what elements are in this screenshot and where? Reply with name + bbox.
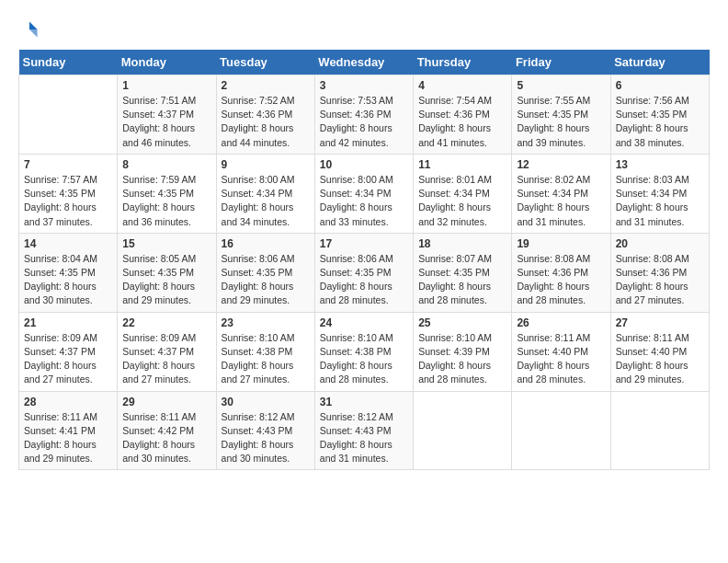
day-number: 11 bbox=[418, 158, 506, 171]
calendar-header-row: SundayMondayTuesdayWednesdayThursdayFrid… bbox=[19, 50, 710, 75]
sunset: Sunset: 4:38 PM bbox=[222, 346, 293, 357]
sunrise: Sunrise: 8:06 AM bbox=[222, 253, 295, 264]
sunset: Sunset: 4:41 PM bbox=[24, 425, 96, 436]
sunrise: Sunrise: 8:11 AM bbox=[616, 332, 689, 343]
day-number: 24 bbox=[320, 316, 408, 329]
daylight: Daylight: 8 hours and 27 minutes. bbox=[616, 281, 688, 305]
daylight: Daylight: 8 hours and 29 minutes. bbox=[122, 281, 195, 305]
sunset: Sunset: 4:36 PM bbox=[616, 267, 688, 278]
sunset: Sunset: 4:37 PM bbox=[122, 109, 194, 120]
day-header-thursday: Thursday bbox=[414, 50, 512, 75]
cell-content: Sunrise: 8:01 AMSunset: 4:34 PMDaylight:… bbox=[418, 173, 506, 229]
cell-content: Sunrise: 7:54 AMSunset: 4:36 PMDaylight:… bbox=[418, 94, 506, 150]
sunrise: Sunrise: 8:08 AM bbox=[616, 253, 689, 264]
sunset: Sunset: 4:35 PM bbox=[418, 267, 490, 278]
calendar-cell bbox=[610, 391, 709, 470]
cell-content: Sunrise: 8:11 AMSunset: 4:40 PMDaylight:… bbox=[616, 331, 704, 387]
day-number: 21 bbox=[24, 316, 112, 329]
daylight: Daylight: 8 hours and 28 minutes. bbox=[517, 360, 589, 385]
cell-content: Sunrise: 8:10 AMSunset: 4:39 PMDaylight:… bbox=[418, 331, 506, 387]
calendar-cell: 24Sunrise: 8:10 AMSunset: 4:38 PMDayligh… bbox=[314, 312, 413, 391]
sunset: Sunset: 4:36 PM bbox=[418, 109, 490, 120]
cell-content: Sunrise: 7:56 AMSunset: 4:35 PMDaylight:… bbox=[616, 94, 704, 150]
daylight: Daylight: 8 hours and 44 minutes. bbox=[222, 122, 294, 147]
calendar-cell: 5Sunrise: 7:55 AMSunset: 4:35 PMDaylight… bbox=[512, 75, 610, 155]
daylight: Daylight: 8 hours and 28 minutes. bbox=[320, 281, 392, 305]
daylight: Daylight: 8 hours and 30 minutes. bbox=[24, 281, 97, 305]
cell-content: Sunrise: 8:10 AMSunset: 4:38 PMDaylight:… bbox=[222, 331, 310, 387]
daylight: Daylight: 8 hours and 37 minutes. bbox=[24, 201, 97, 226]
day-header-friday: Friday bbox=[512, 50, 610, 75]
calendar-cell: 18Sunrise: 8:07 AMSunset: 4:35 PMDayligh… bbox=[414, 233, 512, 312]
sunset: Sunset: 4:42 PM bbox=[122, 425, 194, 436]
daylight: Daylight: 8 hours and 30 minutes. bbox=[122, 439, 195, 464]
calendar-week-row: 1Sunrise: 7:51 AMSunset: 4:37 PMDaylight… bbox=[19, 75, 710, 155]
daylight: Daylight: 8 hours and 27 minutes. bbox=[24, 360, 97, 385]
day-number: 18 bbox=[418, 237, 506, 250]
svg-marker-0 bbox=[29, 21, 38, 29]
sunrise: Sunrise: 8:08 AM bbox=[517, 253, 590, 264]
sunrise: Sunrise: 8:09 AM bbox=[122, 332, 196, 343]
calendar-cell: 6Sunrise: 7:56 AMSunset: 4:35 PMDaylight… bbox=[610, 75, 709, 155]
calendar-cell: 14Sunrise: 8:04 AMSunset: 4:35 PMDayligh… bbox=[19, 233, 118, 312]
daylight: Daylight: 8 hours and 31 minutes. bbox=[616, 201, 688, 226]
calendar-cell: 2Sunrise: 7:52 AMSunset: 4:36 PMDaylight… bbox=[216, 75, 314, 155]
daylight: Daylight: 8 hours and 29 minutes. bbox=[24, 439, 97, 464]
cell-content: Sunrise: 7:51 AMSunset: 4:37 PMDaylight:… bbox=[122, 94, 210, 150]
cell-content: Sunrise: 8:11 AMSunset: 4:41 PMDaylight:… bbox=[24, 410, 112, 466]
calendar-week-row: 14Sunrise: 8:04 AMSunset: 4:35 PMDayligh… bbox=[19, 233, 710, 312]
sunrise: Sunrise: 8:06 AM bbox=[320, 253, 393, 264]
day-number: 23 bbox=[222, 316, 310, 329]
daylight: Daylight: 8 hours and 39 minutes. bbox=[517, 122, 589, 147]
cell-content: Sunrise: 7:59 AMSunset: 4:35 PMDaylight:… bbox=[122, 173, 210, 229]
sunrise: Sunrise: 8:10 AM bbox=[418, 332, 492, 343]
daylight: Daylight: 8 hours and 28 minutes. bbox=[517, 281, 589, 305]
sunrise: Sunrise: 7:56 AM bbox=[616, 95, 689, 106]
daylight: Daylight: 8 hours and 34 minutes. bbox=[222, 201, 294, 226]
cell-content: Sunrise: 8:06 AMSunset: 4:35 PMDaylight:… bbox=[222, 252, 310, 308]
day-number: 8 bbox=[122, 158, 210, 171]
day-header-wednesday: Wednesday bbox=[314, 50, 413, 75]
daylight: Daylight: 8 hours and 36 minutes. bbox=[122, 201, 195, 226]
calendar-cell: 26Sunrise: 8:11 AMSunset: 4:40 PMDayligh… bbox=[512, 312, 610, 391]
day-number: 20 bbox=[616, 237, 704, 250]
day-number: 7 bbox=[24, 158, 112, 171]
calendar-cell: 27Sunrise: 8:11 AMSunset: 4:40 PMDayligh… bbox=[610, 312, 709, 391]
sunrise: Sunrise: 7:51 AM bbox=[122, 95, 196, 106]
cell-content: Sunrise: 8:04 AMSunset: 4:35 PMDaylight:… bbox=[24, 252, 112, 308]
cell-content: Sunrise: 8:02 AMSunset: 4:34 PMDaylight:… bbox=[517, 173, 605, 229]
sunrise: Sunrise: 8:01 AM bbox=[418, 174, 492, 185]
header bbox=[18, 18, 710, 40]
day-number: 30 bbox=[222, 396, 310, 408]
sunrise: Sunrise: 7:57 AM bbox=[24, 174, 97, 185]
sunset: Sunset: 4:34 PM bbox=[517, 188, 588, 199]
calendar-cell bbox=[414, 391, 512, 470]
sunset: Sunset: 4:35 PM bbox=[517, 109, 588, 120]
daylight: Daylight: 8 hours and 33 minutes. bbox=[320, 201, 392, 226]
calendar-cell: 20Sunrise: 8:08 AMSunset: 4:36 PMDayligh… bbox=[610, 233, 709, 312]
sunrise: Sunrise: 8:12 AM bbox=[320, 411, 393, 422]
cell-content: Sunrise: 7:57 AMSunset: 4:35 PMDaylight:… bbox=[24, 173, 112, 229]
cell-content: Sunrise: 8:08 AMSunset: 4:36 PMDaylight:… bbox=[616, 252, 704, 308]
day-number: 5 bbox=[517, 79, 605, 92]
daylight: Daylight: 8 hours and 30 minutes. bbox=[222, 439, 294, 464]
sunset: Sunset: 4:35 PM bbox=[122, 267, 194, 278]
day-number: 27 bbox=[616, 316, 704, 329]
daylight: Daylight: 8 hours and 31 minutes. bbox=[517, 201, 589, 226]
sunrise: Sunrise: 8:10 AM bbox=[320, 332, 393, 343]
sunrise: Sunrise: 8:11 AM bbox=[122, 411, 196, 422]
calendar-cell: 16Sunrise: 8:06 AMSunset: 4:35 PMDayligh… bbox=[216, 233, 314, 312]
sunrise: Sunrise: 8:04 AM bbox=[24, 253, 97, 264]
calendar-cell: 17Sunrise: 8:06 AMSunset: 4:35 PMDayligh… bbox=[314, 233, 413, 312]
daylight: Daylight: 8 hours and 29 minutes. bbox=[616, 360, 688, 385]
day-number: 3 bbox=[320, 79, 408, 92]
day-number: 17 bbox=[320, 237, 408, 250]
sunrise: Sunrise: 7:55 AM bbox=[517, 95, 590, 106]
calendar-cell: 23Sunrise: 8:10 AMSunset: 4:38 PMDayligh… bbox=[216, 312, 314, 391]
sunset: Sunset: 4:40 PM bbox=[616, 346, 688, 357]
sunset: Sunset: 4:34 PM bbox=[418, 188, 490, 199]
day-number: 12 bbox=[517, 158, 605, 171]
sunset: Sunset: 4:37 PM bbox=[122, 346, 194, 357]
calendar-cell: 12Sunrise: 8:02 AMSunset: 4:34 PMDayligh… bbox=[512, 154, 610, 233]
day-number: 4 bbox=[418, 79, 506, 92]
